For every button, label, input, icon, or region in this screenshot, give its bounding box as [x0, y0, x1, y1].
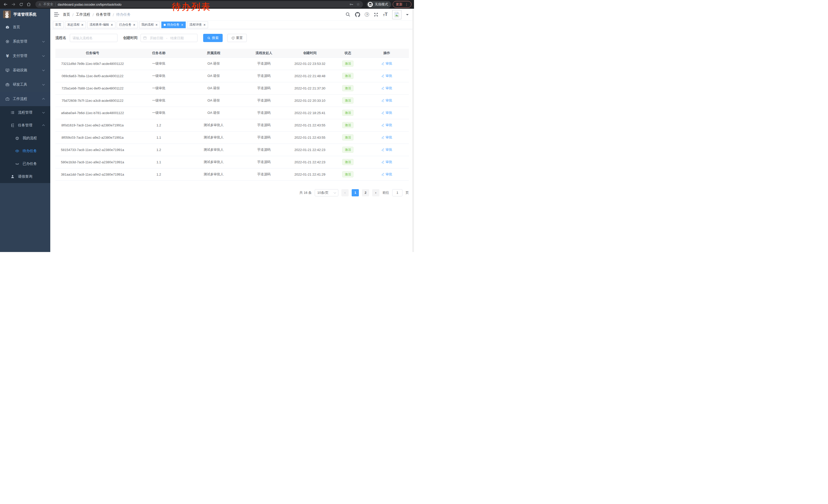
sidebar-item-system[interactable]: 系统管理	[0, 34, 50, 49]
update-button[interactable]: 更新 ⋮	[393, 1, 411, 8]
search-icon[interactable]	[345, 12, 350, 17]
reset-button[interactable]: 重置	[227, 34, 247, 42]
sidebar-item-payment[interactable]: ¥ 支付管理	[0, 49, 50, 63]
breadcrumb-task-mgmt[interactable]: 任务管理	[96, 12, 110, 17]
tab-process-detail[interactable]: 流程详情 ×	[187, 21, 208, 28]
browser-home-icon[interactable]	[26, 1, 32, 7]
cell-created: 2022-01-22 23:53:32	[289, 57, 331, 70]
pagination: 共 16 条 10条/页 ‹ 1 2 › 前往 页	[55, 189, 409, 196]
approve-link[interactable]: 审批	[381, 110, 392, 115]
sidebar-item-workflow[interactable]: 工作流程	[0, 92, 50, 106]
tab-home[interactable]: 首页	[53, 21, 64, 28]
toolbox-icon	[5, 83, 10, 87]
approve-link[interactable]: 审批	[381, 61, 392, 66]
sidebar-item-devtools[interactable]: 研发工具	[0, 78, 50, 92]
page-button-2[interactable]: 2	[362, 189, 369, 196]
date-range-picker[interactable]: -	[140, 34, 198, 42]
tab-done-tasks[interactable]: 已办任务 ×	[117, 21, 138, 28]
sidebar-toggle-icon[interactable]	[54, 12, 59, 17]
cell-starter: 芋道源码	[239, 57, 289, 70]
breadcrumb-workflow[interactable]: 工作流程	[76, 12, 90, 17]
tab-todo-tasks[interactable]: 待办任务 ×	[161, 21, 186, 28]
avatar[interactable]	[392, 10, 402, 19]
approve-link[interactable]: 审批	[381, 172, 392, 177]
browser-menu-icon[interactable]: ⋮	[405, 2, 408, 6]
approve-link[interactable]: 审批	[381, 135, 392, 140]
avatar-caret-icon[interactable]	[406, 14, 409, 17]
end-date-input[interactable]	[168, 36, 186, 40]
status-badge: 激活	[342, 110, 354, 116]
close-icon[interactable]: ×	[133, 23, 135, 27]
browser-url-bar[interactable]: ⚠ 不安全 dashboard.yudao.iocoder.cn/bpm/tas…	[35, 1, 363, 8]
breadcrumb-home[interactable]: 首页	[63, 12, 70, 17]
briefcase-icon	[5, 97, 10, 101]
close-icon[interactable]: ×	[111, 23, 113, 27]
sidebar-item-todo-tasks[interactable]: 待办任务	[0, 145, 50, 157]
cell-created: 2022-01-22 18:25:41	[289, 107, 331, 119]
search-button[interactable]: 搜索	[203, 34, 223, 42]
goto-page-input[interactable]	[392, 189, 403, 196]
cell-status: 激活	[331, 94, 365, 107]
browser-forward-icon[interactable]	[10, 1, 16, 7]
close-icon[interactable]: ×	[203, 23, 206, 27]
browser-reload-icon[interactable]	[18, 1, 24, 7]
cell-created: 2022-01-22 20:33:10	[289, 94, 331, 107]
table-row: 381aa1dd-7ac8-11ec-a9e2-a2380e71991a 1.2…	[55, 168, 409, 180]
help-icon[interactable]: ?	[365, 12, 369, 17]
page-size-select[interactable]: 10条/页	[315, 189, 338, 196]
sidebar-item-my-process[interactable]: 我的流程	[0, 132, 50, 145]
font-size-icon[interactable]: TT	[383, 12, 387, 17]
url-text[interactable]: dashboard.yudao.iocoder.cn/bpm/task/todo	[58, 3, 122, 6]
close-icon[interactable]: ×	[181, 23, 183, 27]
fullscreen-icon[interactable]	[374, 12, 378, 17]
prev-page-button[interactable]: ‹	[341, 189, 348, 196]
next-page-button[interactable]: ›	[372, 189, 379, 196]
sidebar-item-leave-query[interactable]: 请假查询	[0, 170, 50, 183]
tab-form-edit[interactable]: 流程表单-编辑 ×	[87, 21, 115, 28]
page-button-1[interactable]: 1	[352, 189, 359, 196]
sidebar-item-infra[interactable]: 基础设施	[0, 63, 50, 78]
approve-link[interactable]: 审批	[381, 147, 392, 152]
close-icon[interactable]: ×	[155, 23, 158, 27]
col-status: 状态	[331, 49, 365, 57]
cell-action: 审批	[365, 156, 409, 168]
process-name-label: 流程名	[55, 36, 66, 40]
password-key-icon[interactable]	[348, 1, 355, 7]
chevron-up-icon	[42, 98, 45, 101]
cell-created: 2022-01-21 22:43:55	[289, 131, 331, 144]
app-title: 芋道管理系统	[13, 12, 36, 17]
sidebar-item-task-mgmt[interactable]: 任务管理	[0, 119, 50, 132]
page-scrollbar[interactable]	[412, 9, 414, 252]
cell-task-name: 1.1	[129, 156, 188, 168]
approve-link[interactable]: 审批	[381, 98, 392, 103]
status-badge: 激活	[342, 159, 354, 165]
bookmark-star-icon[interactable]: ☆	[357, 2, 360, 7]
cell-starter: 芋道源码	[239, 94, 289, 107]
cell-action: 审批	[365, 107, 409, 119]
chevron-down-icon	[42, 69, 45, 71]
cell-process: 测试多审批人	[188, 119, 239, 131]
tab-start-process[interactable]: 发起流程 ×	[65, 21, 86, 28]
approve-link[interactable]: 审批	[381, 74, 392, 78]
tab-my-process[interactable]: 我的流程 ×	[139, 21, 160, 28]
cell-status: 激活	[331, 119, 365, 131]
sidebar-item-done-tasks[interactable]: 已办任务	[0, 157, 50, 170]
cell-task-id: 069c6a63-7b8a-11ec-8ef0-acde48001122	[55, 70, 129, 82]
approve-link[interactable]: 审批	[381, 86, 392, 91]
approve-link[interactable]: 审批	[381, 160, 392, 164]
edit-pen-icon	[381, 86, 384, 90]
not-secure-warning-icon: ⚠	[38, 3, 41, 6]
status-badge: 激活	[342, 73, 354, 79]
process-name-input[interactable]	[70, 34, 118, 42]
not-secure-label[interactable]: 不安全	[43, 2, 53, 7]
browser-back-icon[interactable]	[3, 1, 9, 7]
start-date-input[interactable]	[148, 36, 165, 40]
cell-task-name: 一级审批	[129, 107, 188, 119]
edit-pen-icon	[381, 74, 384, 78]
sidebar-item-home[interactable]: 首页	[0, 20, 50, 34]
edit-pen-icon	[381, 160, 384, 164]
approve-link[interactable]: 审批	[381, 123, 392, 127]
sidebar-item-process-mgmt[interactable]: 流程管理	[0, 106, 50, 119]
github-icon[interactable]	[355, 12, 360, 17]
close-icon[interactable]: ×	[81, 23, 84, 27]
